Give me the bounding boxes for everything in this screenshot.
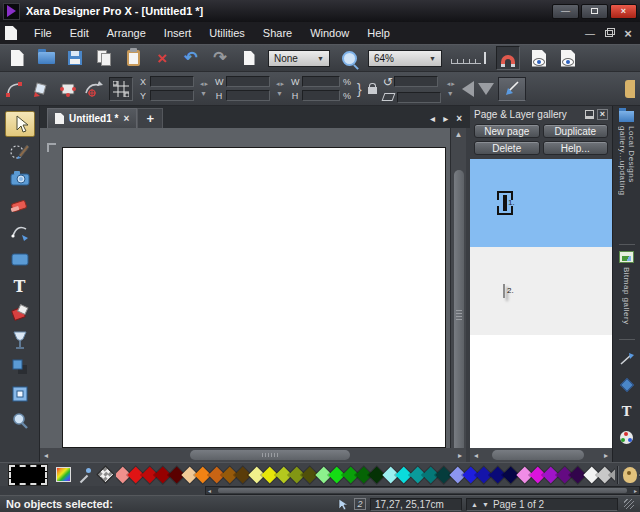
menu-item[interactable]: Insert: [155, 24, 201, 42]
fill-style-dropdown[interactable]: None ▼: [268, 50, 330, 67]
mdi-close-button[interactable]: ×: [621, 27, 635, 39]
redo-button[interactable]: ↷: [210, 48, 230, 68]
no-color-swatch[interactable]: [96, 465, 114, 483]
xy-steppers[interactable]: ◂▸ ▼: [200, 80, 209, 97]
x-position-input[interactable]: [150, 76, 194, 87]
vertical-scrollbar[interactable]: ▲ ▼: [450, 128, 466, 448]
fill-properties-icon[interactable]: [31, 79, 51, 99]
color-gallery-button[interactable]: [616, 427, 638, 447]
rotate-steppers[interactable]: ◂▸ ▼: [447, 80, 456, 97]
shadow-tool[interactable]: [5, 354, 35, 380]
menu-item[interactable]: Utilities: [200, 24, 253, 42]
undo-button[interactable]: ↶: [181, 48, 201, 68]
new-tab-button[interactable]: +: [137, 108, 163, 128]
menu-item[interactable]: Window: [301, 24, 358, 42]
skew-input[interactable]: [397, 92, 441, 103]
current-color-swatch[interactable]: [9, 465, 47, 485]
save-button[interactable]: [65, 48, 85, 68]
color-picker-icon[interactable]: [77, 467, 92, 482]
line-gallery-button[interactable]: [616, 349, 638, 369]
bounds-handles-icon[interactable]: [57, 79, 77, 99]
delete-button[interactable]: ×: [152, 48, 172, 68]
zoom-tool-icon[interactable]: [339, 48, 359, 68]
scroll-right-icon[interactable]: ▸: [458, 451, 462, 460]
designs-gallery-tab[interactable]: Local Designs gallery...updating: [618, 111, 636, 238]
width-input[interactable]: [226, 76, 270, 87]
fill-tool[interactable]: [5, 300, 35, 326]
menu-item[interactable]: Edit: [61, 24, 98, 42]
maximize-button[interactable]: [581, 4, 608, 19]
y-position-input[interactable]: [150, 90, 194, 101]
wh-steppers[interactable]: ◂▸ ▼: [276, 80, 285, 97]
open-button[interactable]: [36, 48, 56, 68]
gallery-scroll-thumb[interactable]: [492, 450, 584, 460]
export-button[interactable]: [239, 48, 259, 68]
show-edit-handles-button[interactable]: [498, 77, 526, 101]
scroll-left-icon[interactable]: ◂: [474, 451, 478, 460]
scroll-right-icon[interactable]: ▸: [634, 487, 637, 494]
page-thumbnail[interactable]: 1.: [503, 195, 507, 211]
clipped-toolbar-icon[interactable]: [625, 80, 635, 98]
bevel-tool[interactable]: [5, 381, 35, 407]
erase-tool[interactable]: [5, 192, 35, 218]
scale-height-input[interactable]: [302, 90, 340, 101]
menu-item[interactable]: Help: [358, 24, 399, 42]
anchor-point-grid[interactable]: [109, 77, 133, 101]
text-tool[interactable]: T: [5, 273, 35, 299]
gallery-scrollbar[interactable]: ◂ ▸: [470, 448, 612, 462]
lock-aspect-icon[interactable]: [368, 87, 377, 94]
selector-tool[interactable]: [5, 111, 35, 137]
tab-close-icon[interactable]: ×: [123, 113, 129, 124]
gallery-close-icon[interactable]: ×: [597, 109, 608, 120]
new-document-button[interactable]: [7, 48, 27, 68]
rotate-center-icon[interactable]: [83, 79, 103, 99]
canvas-area[interactable]: [40, 128, 450, 448]
page-row[interactable]: 1.: [470, 159, 612, 247]
fonts-gallery-button[interactable]: T: [616, 401, 638, 421]
scale-width-input[interactable]: [302, 76, 340, 87]
color-line-scroll-thumb[interactable]: [218, 488, 627, 493]
minimize-button[interactable]: —: [552, 4, 579, 19]
vertical-scroll-thumb[interactable]: [454, 170, 464, 460]
page-up-icon[interactable]: ▲: [471, 501, 479, 508]
scroll-right-icon[interactable]: ▸: [604, 451, 608, 460]
gallery-button[interactable]: Duplicate: [543, 124, 609, 138]
document-tab[interactable]: Untitled1 * ×: [47, 108, 137, 128]
preview-window-button[interactable]: [529, 48, 549, 68]
mdi-minimize-button[interactable]: —: [583, 27, 597, 39]
pin-icon[interactable]: [585, 110, 594, 119]
quality-slider[interactable]: [451, 52, 487, 64]
horizontal-scroll-thumb[interactable]: [190, 450, 350, 460]
rectangle-tool[interactable]: [5, 246, 35, 272]
scroll-left-icon[interactable]: ◂: [44, 451, 48, 460]
tab-scroll-left[interactable]: ◂: [430, 113, 435, 124]
page-row[interactable]: 2.: [470, 247, 612, 335]
freehand-brush-tool[interactable]: [5, 138, 35, 164]
page-down-icon[interactable]: ▼: [482, 501, 490, 508]
page-thumbnail[interactable]: 2.: [503, 284, 505, 298]
copy-button[interactable]: [94, 48, 114, 68]
arc-segment-icon[interactable]: [5, 79, 25, 99]
menu-item[interactable]: Share: [254, 24, 301, 42]
snap-to-objects-button[interactable]: [496, 46, 520, 70]
rotation-input[interactable]: [394, 76, 438, 87]
shape-editor-tool[interactable]: [5, 219, 35, 245]
document-page[interactable]: [62, 147, 446, 448]
resize-grip[interactable]: [624, 499, 634, 509]
scroll-left-icon[interactable]: ◂: [208, 487, 211, 494]
gallery-button[interactable]: Delete: [474, 141, 540, 155]
menu-item[interactable]: Arrange: [98, 24, 155, 42]
zoom-tool[interactable]: [5, 408, 35, 434]
preview-all-pages-button[interactable]: [558, 48, 578, 68]
flip-vertical-button[interactable]: [478, 83, 494, 95]
color-line-scrollbar[interactable]: ◂ ▸: [205, 486, 640, 495]
transparency-tool[interactable]: [5, 327, 35, 353]
fill-gallery-button[interactable]: [616, 375, 638, 395]
zoom-level-dropdown[interactable]: 64% ▼: [368, 50, 442, 67]
menu-item[interactable]: File: [25, 24, 61, 42]
scroll-up-icon[interactable]: ▲: [455, 130, 463, 139]
bitmap-gallery-tab[interactable]: Bitmap gallery: [619, 251, 634, 333]
height-input[interactable]: [226, 90, 270, 101]
named-colors-icon[interactable]: [623, 467, 637, 483]
color-editor-icon[interactable]: [56, 467, 71, 482]
